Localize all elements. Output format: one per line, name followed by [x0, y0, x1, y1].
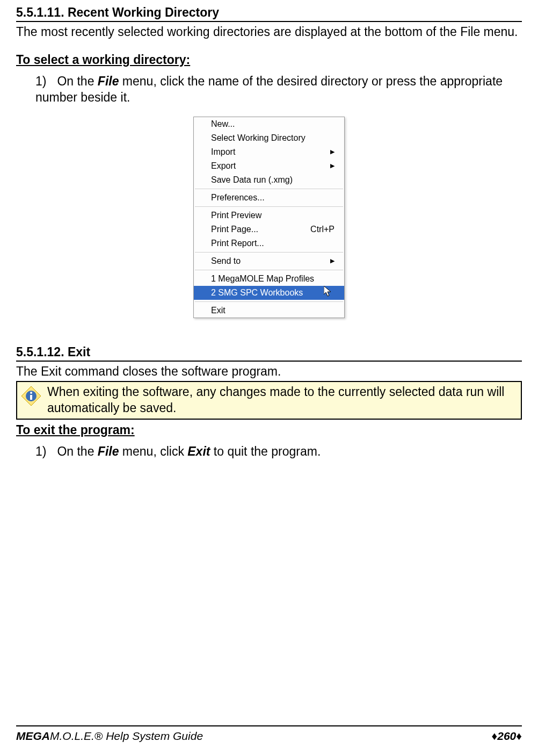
- menu-item-label: Send to: [211, 256, 241, 266]
- info-icon: [20, 384, 42, 409]
- section-heading-recent-dir: 5.5.1.11. Recent Working Directory: [16, 5, 522, 22]
- menu-item-label: Import: [211, 147, 235, 157]
- menu-item-label: Exit: [211, 306, 226, 315]
- subheading-select-dir: To select a working directory:: [16, 53, 522, 67]
- menu-item[interactable]: 2 SMG SPC Workbooks: [194, 286, 344, 300]
- subheading-exit-program: To exit the program:: [16, 423, 522, 437]
- menu-item[interactable]: New...: [194, 117, 344, 131]
- menu-item[interactable]: Save Data run (.xmg): [194, 173, 344, 187]
- menu-separator: [195, 252, 343, 253]
- menu-separator: [195, 206, 343, 207]
- svg-marker-0: [324, 286, 331, 296]
- menu-separator: [195, 301, 343, 302]
- step-text-bold-file: File: [98, 74, 119, 88]
- menu-item[interactable]: Import▶: [194, 145, 344, 159]
- section-intro-exit: The Exit command closes the software pro…: [16, 364, 522, 379]
- menu-item[interactable]: Print Preview: [194, 208, 344, 222]
- step2-mid: menu, click: [119, 444, 187, 458]
- section-heading-exit: 5.5.1.12. Exit: [16, 345, 522, 362]
- submenu-arrow-icon: ▶: [330, 162, 335, 169]
- menu-item-shortcut: Ctrl+P: [310, 225, 335, 234]
- step-list-1: 1) On the File menu, click the name of t…: [16, 74, 522, 106]
- step2-post: to quit the program.: [210, 444, 321, 458]
- menu-item[interactable]: Exit: [194, 304, 344, 318]
- menu-item-label: Save Data run (.xmg): [211, 175, 293, 185]
- menu-item-label: Export: [211, 161, 236, 171]
- svg-rect-3: [30, 395, 32, 400]
- svg-point-4: [30, 392, 32, 394]
- footer-left: MEGAM.O.L.E.® Help System Guide: [16, 730, 203, 743]
- mouse-cursor-icon: [324, 286, 335, 298]
- info-note-box: When exiting the software, any changes m…: [16, 381, 522, 420]
- footer-page-num: 260: [497, 730, 516, 742]
- menu-item-label: Print Report...: [211, 239, 264, 248]
- page-footer: MEGAM.O.L.E.® Help System Guide ♦260♦: [0, 726, 538, 750]
- menu-item[interactable]: Send to▶: [194, 254, 344, 268]
- menu-item-label: 2 SMG SPC Workbooks: [211, 288, 303, 298]
- submenu-arrow-icon: ▶: [330, 257, 335, 264]
- step2-bold-file: File: [98, 444, 119, 458]
- menu-item-label: Print Preview: [211, 211, 261, 220]
- diamond-icon-right: ♦: [516, 730, 522, 742]
- footer-brand-rest: M.O.L.E.® Help System Guide: [50, 730, 203, 742]
- footer-right: ♦260♦: [492, 730, 522, 743]
- menu-item[interactable]: Preferences...: [194, 191, 344, 205]
- file-menu: New...Select Working DirectoryImport▶Exp…: [193, 117, 345, 318]
- menu-separator: [195, 189, 343, 189]
- menu-item[interactable]: Print Report...: [194, 236, 344, 250]
- menu-item-label: Print Page...: [211, 225, 258, 234]
- step-text-pre: On the: [57, 74, 97, 88]
- footer-brand-prefix: MEGA: [16, 730, 50, 742]
- diamond-icon-left: ♦: [492, 730, 498, 742]
- step-list-2: 1) On the File menu, click Exit to quit …: [16, 444, 522, 460]
- menu-item-label: New...: [211, 119, 235, 129]
- menu-item-label: 1 MegaMOLE Map Profiles: [211, 274, 314, 284]
- menu-item[interactable]: Export▶: [194, 159, 344, 173]
- menu-item-label: Select Working Directory: [211, 133, 306, 143]
- menu-item[interactable]: Print Page...Ctrl+P: [194, 222, 344, 236]
- step2-bold-exit: Exit: [187, 444, 210, 458]
- step-number: 1): [35, 74, 54, 90]
- section-intro-recent-dir: The most recently selected working direc…: [16, 24, 522, 40]
- info-note-text: When exiting the software, any changes m…: [42, 384, 518, 416]
- menu-item[interactable]: Select Working Directory: [194, 131, 344, 145]
- step-number-2: 1): [35, 444, 54, 460]
- menu-separator: [195, 270, 343, 270]
- step2-pre: On the: [57, 444, 97, 458]
- menu-item[interactable]: 1 MegaMOLE Map Profiles: [194, 272, 344, 286]
- menu-item-label: Preferences...: [211, 193, 265, 203]
- submenu-arrow-icon: ▶: [330, 148, 335, 155]
